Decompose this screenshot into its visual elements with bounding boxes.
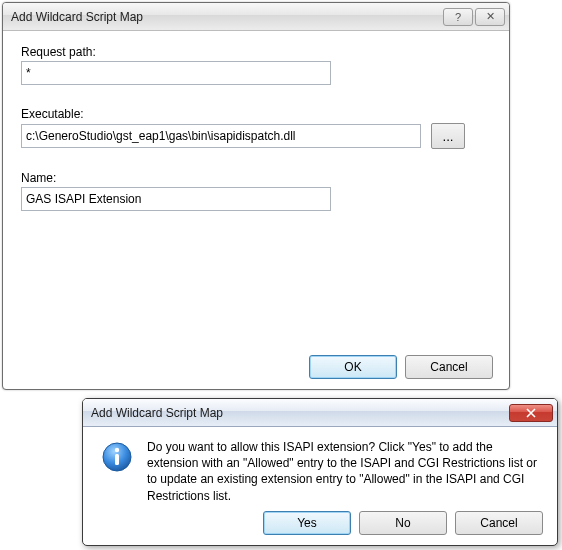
request-path-label: Request path: (21, 45, 491, 59)
close-icon: ✕ (486, 10, 495, 23)
browse-button[interactable]: ... (431, 123, 465, 149)
name-input[interactable] (21, 187, 331, 211)
confirm-title: Add Wildcard Script Map (91, 406, 509, 420)
request-path-input[interactable] (21, 61, 331, 85)
dialog-title: Add Wildcard Script Map (11, 10, 441, 24)
svg-point-1 (115, 448, 119, 452)
executable-label: Executable: (21, 107, 491, 121)
svg-rect-2 (115, 454, 119, 465)
executable-input[interactable] (21, 124, 421, 148)
confirm-titlebar: Add Wildcard Script Map (83, 399, 557, 427)
help-button[interactable]: ? (443, 8, 473, 26)
no-button[interactable]: No (359, 511, 447, 535)
confirm-close-button[interactable] (509, 404, 553, 422)
ellipsis-icon: ... (442, 129, 453, 144)
confirm-message: Do you want to allow this ISAPI extensio… (147, 439, 539, 504)
confirm-dialog: Add Wildcard Script Map Do (82, 398, 558, 546)
name-label: Name: (21, 171, 491, 185)
info-icon (101, 441, 133, 473)
dialog-body: Request path: Executable: ... Name: (3, 31, 509, 221)
close-button[interactable]: ✕ (475, 8, 505, 26)
confirm-cancel-button[interactable]: Cancel (455, 511, 543, 535)
cancel-button[interactable]: Cancel (405, 355, 493, 379)
ok-button[interactable]: OK (309, 355, 397, 379)
add-script-map-dialog: Add Wildcard Script Map ? ✕ Request path… (2, 2, 510, 390)
yes-button[interactable]: Yes (263, 511, 351, 535)
close-icon (525, 408, 537, 418)
titlebar: Add Wildcard Script Map ? ✕ (3, 3, 509, 31)
help-icon: ? (455, 11, 461, 23)
